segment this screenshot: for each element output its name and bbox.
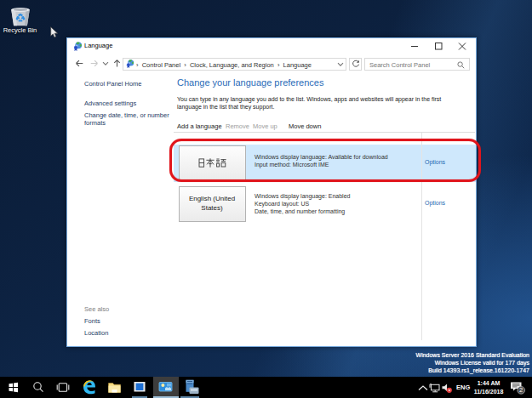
svg-text:2: 2 bbox=[519, 386, 523, 394]
